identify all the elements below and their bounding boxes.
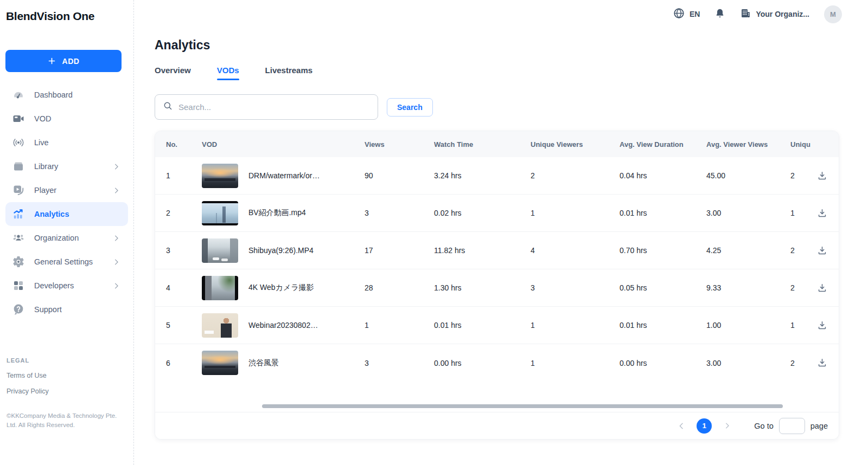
avg-view-duration-cell: 0.05 hrs bbox=[620, 283, 706, 292]
tab-bar: OverviewVODsLivestreams bbox=[155, 66, 868, 80]
chevron-right-icon bbox=[112, 282, 120, 290]
chevron-right-icon bbox=[112, 163, 120, 171]
add-button[interactable]: ADD bbox=[5, 50, 122, 72]
vod-analytics-table-card: No.VODViewsWatch TimeUnique ViewersAvg. … bbox=[155, 131, 839, 440]
table-row[interactable]: 3Shibuya(9:26).MP41711.82 hrs40.70 hrs4.… bbox=[155, 232, 839, 269]
goto-page-input[interactable] bbox=[779, 418, 805, 434]
settings-icon bbox=[12, 255, 25, 268]
vod-thumbnail bbox=[202, 201, 238, 225]
pagination-bar: 1 Go to page bbox=[155, 412, 839, 439]
table-row[interactable]: 44K Webカメラ撮影281.30 hrs30.05 hrs9.332 bbox=[155, 269, 839, 307]
brand-logo: BlendVision One bbox=[5, 10, 128, 23]
sidebar-item-label: Live bbox=[34, 138, 49, 147]
views-cell: 1 bbox=[365, 321, 434, 330]
sidebar-item-label: Library bbox=[34, 162, 58, 171]
sidebar-item-label: Dashboard bbox=[34, 91, 73, 99]
language-selector[interactable]: EN bbox=[673, 7, 700, 22]
sidebar-item-live[interactable]: Live bbox=[5, 131, 128, 154]
vod-cell: Webinar20230802… bbox=[202, 313, 365, 338]
organization-selector[interactable]: Your Organiz... bbox=[740, 8, 809, 21]
table-row[interactable]: 5Webinar20230802…10.01 hrs10.01 hrs1.001 bbox=[155, 307, 839, 344]
row-number: 6 bbox=[166, 359, 202, 367]
sidebar-item-label: General Settings bbox=[34, 257, 93, 266]
sidebar-nav: DashboardVODLiveLibraryPlayerAnalyticsOr… bbox=[5, 83, 128, 321]
unique-viewers-cell: 1 bbox=[531, 321, 620, 330]
search-input[interactable] bbox=[178, 102, 370, 112]
support-icon bbox=[12, 303, 25, 316]
views-cell: 28 bbox=[365, 283, 434, 292]
download-icon[interactable] bbox=[817, 320, 839, 331]
next-page-button[interactable] bbox=[720, 419, 733, 432]
sidebar-item-support[interactable]: Support bbox=[5, 298, 128, 321]
vod-cell: 4K Webカメラ撮影 bbox=[202, 276, 365, 300]
unique-trunc-cell: 2 bbox=[790, 283, 815, 292]
sidebar-item-label: Support bbox=[34, 305, 62, 314]
tab-overview[interactable]: Overview bbox=[155, 66, 191, 80]
building-icon bbox=[740, 8, 751, 21]
table-header-row: No.VODViewsWatch TimeUnique ViewersAvg. … bbox=[155, 131, 839, 157]
page-title: Analytics bbox=[155, 38, 868, 53]
column-header: Avg. Viewer Views bbox=[706, 140, 790, 148]
bell-icon bbox=[714, 8, 725, 21]
sidebar-item-label: Analytics bbox=[34, 210, 69, 218]
table-row[interactable]: 6渋谷風景30.00 hrs10.00 hrs3.002 bbox=[155, 344, 839, 382]
table-row[interactable]: 1DRM/watermark/or…903.24 hrs20.04 hrs45.… bbox=[155, 157, 839, 195]
unique-trunc-cell: 1 bbox=[790, 209, 815, 217]
table-row[interactable]: 2BV紹介動画.mp430.02 hrs10.01 hrs3.001 bbox=[155, 195, 839, 232]
vod-cell: DRM/watermark/or… bbox=[202, 164, 365, 188]
vod-thumbnail bbox=[202, 238, 238, 263]
avg-viewer-views-cell: 9.33 bbox=[706, 283, 790, 292]
organization-label: Your Organiz... bbox=[756, 10, 809, 18]
player-icon bbox=[12, 184, 25, 197]
terms-of-use-link[interactable]: Terms of Use bbox=[7, 372, 128, 379]
legal-section: LEGAL Terms of Use Privacy Policy ©KKCom… bbox=[5, 357, 128, 429]
app-window: BlendVision One ADD DashboardVODLiveLibr… bbox=[0, 0, 868, 465]
unique-trunc-cell: 2 bbox=[790, 171, 815, 180]
chevron-right-icon bbox=[112, 186, 120, 195]
search-button[interactable]: Search bbox=[387, 98, 433, 117]
horizontal-scrollbar[interactable] bbox=[262, 404, 783, 408]
sidebar-item-label: VOD bbox=[34, 114, 51, 123]
sidebar-item-library[interactable]: Library bbox=[5, 154, 128, 178]
download-icon[interactable] bbox=[817, 283, 839, 293]
dashboard-icon bbox=[12, 88, 25, 101]
column-header: Avg. View Duration bbox=[620, 140, 706, 148]
goto-label: Go to bbox=[754, 422, 773, 430]
goto-page-group: Go to page bbox=[754, 418, 828, 434]
vod-thumbnail bbox=[202, 164, 238, 188]
row-number: 5 bbox=[166, 321, 202, 330]
sidebar-item-developers[interactable]: Developers bbox=[5, 274, 128, 298]
watch-time-cell: 3.24 hrs bbox=[434, 171, 531, 180]
vod-title: Webinar20230802… bbox=[248, 321, 318, 330]
search-box bbox=[155, 94, 378, 120]
avg-viewer-views-cell: 1.00 bbox=[706, 321, 790, 330]
live-icon bbox=[12, 136, 25, 149]
tab-vods[interactable]: VODs bbox=[217, 66, 239, 80]
sidebar-item-dashboard[interactable]: Dashboard bbox=[5, 83, 128, 107]
download-icon[interactable] bbox=[817, 171, 839, 181]
views-cell: 3 bbox=[365, 209, 434, 217]
tab-livestreams[interactable]: Livestreams bbox=[265, 66, 313, 80]
download-icon[interactable] bbox=[817, 246, 839, 256]
sidebar-item-analytics[interactable]: Analytics bbox=[5, 202, 128, 226]
sidebar-item-general-settings[interactable]: General Settings bbox=[5, 250, 128, 274]
column-header: No. bbox=[166, 140, 202, 148]
globe-icon bbox=[673, 7, 685, 22]
previous-page-button[interactable] bbox=[675, 419, 688, 432]
row-number: 1 bbox=[166, 171, 202, 180]
vod-thumbnail bbox=[202, 313, 238, 338]
vod-thumbnail bbox=[202, 276, 238, 300]
sidebar-item-organization[interactable]: Organization bbox=[5, 226, 128, 250]
library-icon bbox=[12, 160, 25, 173]
watch-time-cell: 0.00 hrs bbox=[434, 359, 531, 367]
privacy-policy-link[interactable]: Privacy Policy bbox=[7, 388, 128, 395]
language-label: EN bbox=[690, 10, 700, 18]
notifications-button[interactable] bbox=[714, 8, 725, 21]
download-icon[interactable] bbox=[817, 358, 839, 368]
avatar[interactable]: M bbox=[824, 5, 842, 23]
sidebar-item-player[interactable]: Player bbox=[5, 178, 128, 202]
download-icon[interactable] bbox=[817, 208, 839, 218]
sidebar-item-vod[interactable]: VOD bbox=[5, 107, 128, 131]
current-page-button[interactable]: 1 bbox=[697, 418, 712, 434]
row-number: 2 bbox=[166, 209, 202, 217]
